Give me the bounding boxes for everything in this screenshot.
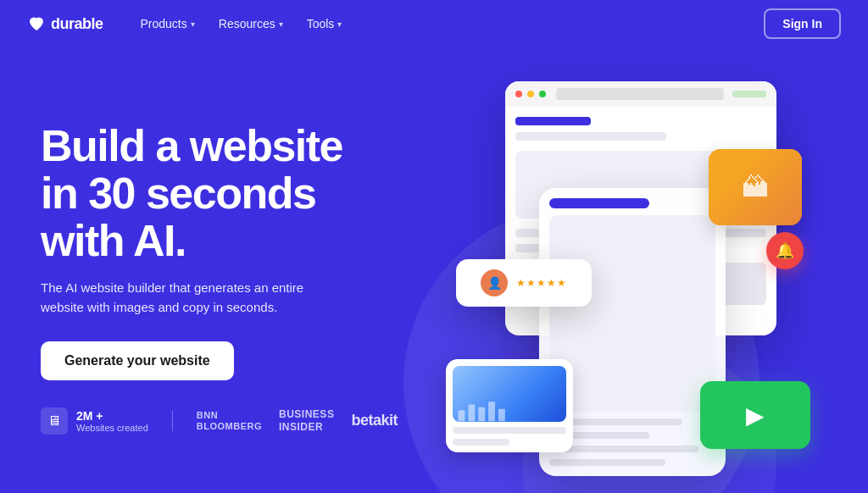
svg-rect-2 [478, 407, 485, 421]
play-icon: ▶ [746, 402, 765, 429]
hero-section: Build a websitein 30 secondswith AI. The… [0, 47, 868, 493]
chevron-down-icon: ▾ [337, 19, 342, 29]
sign-in-button[interactable]: Sign In [764, 8, 841, 39]
notification-icon: 🔔 [776, 241, 794, 260]
logo[interactable]: durable [27, 14, 103, 33]
stat-number: 2M + [76, 409, 148, 423]
hero-illustration: ⚡ 👤 ★★★★★ 🏔 🔔 [431, 64, 827, 493]
phone-content-block [549, 215, 715, 412]
svg-rect-1 [468, 405, 475, 422]
dot-red [515, 91, 522, 97]
phone-line-3 [549, 446, 698, 452]
phone-header-line [549, 198, 649, 208]
url-bar [556, 88, 724, 100]
map-text-1 [453, 427, 566, 434]
map-inner [453, 366, 566, 422]
map-card [446, 359, 573, 452]
chevron-down-icon: ▾ [279, 19, 283, 29]
logo-text: durable [51, 15, 103, 33]
svg-rect-4 [498, 409, 505, 421]
press-betakit: betakit [351, 412, 398, 430]
nav-item-tools[interactable]: Tools ▾ [297, 12, 353, 36]
hero-title: Build a websitein 30 secondswith AI. [41, 123, 431, 264]
nav-item-resources[interactable]: Resources ▾ [209, 12, 293, 36]
generate-website-button[interactable]: Generate your website [41, 341, 234, 380]
social-proof: 🖥 2M + Websites created BNNBloomberg BUS… [41, 407, 431, 435]
nav-accent-bar [732, 91, 766, 97]
browser-toolbar [505, 81, 776, 107]
svg-rect-3 [488, 402, 495, 422]
hero-content: Build a websitein 30 secondswith AI. The… [41, 123, 431, 434]
press-logos: BNNBloomberg BUSINESSINSIDER betakit [197, 408, 398, 433]
stat-label: Websites created [76, 423, 148, 433]
image-card: 🏔 [709, 149, 802, 225]
press-bnn: BNNBloomberg [197, 410, 262, 432]
chevron-down-icon: ▾ [191, 19, 195, 29]
content-accent-line [515, 117, 591, 125]
navbar: durable Products ▾ Resources ▾ Tools ▾ S… [0, 0, 868, 47]
svg-rect-0 [459, 411, 465, 422]
dot-yellow [527, 91, 534, 97]
monitor-icon: 🖥 [41, 407, 68, 435]
mountain-icon: 🏔 [742, 172, 769, 203]
content-line-1 [515, 132, 666, 141]
review-card: 👤 ★★★★★ [456, 259, 592, 307]
nav-links: Products ▾ Resources ▾ Tools ▾ [131, 12, 765, 36]
dot-green [539, 91, 546, 97]
hero-subtitle: The AI website builder that generates an… [41, 278, 329, 318]
star-rating: ★★★★★ [516, 277, 567, 289]
phone-line-4 [549, 459, 665, 466]
map-text-2 [453, 439, 509, 446]
video-card: ▶ [700, 381, 810, 449]
nav-item-products[interactable]: Products ▾ [131, 12, 205, 36]
press-business-insider: BUSINESSINSIDER [279, 408, 334, 433]
image-card-inner: 🏔 [709, 149, 802, 225]
stat-block: 🖥 2M + Websites created [41, 407, 148, 435]
avatar: 👤 [481, 269, 508, 296]
divider [172, 411, 173, 431]
notification-card: 🔔 [766, 232, 804, 269]
